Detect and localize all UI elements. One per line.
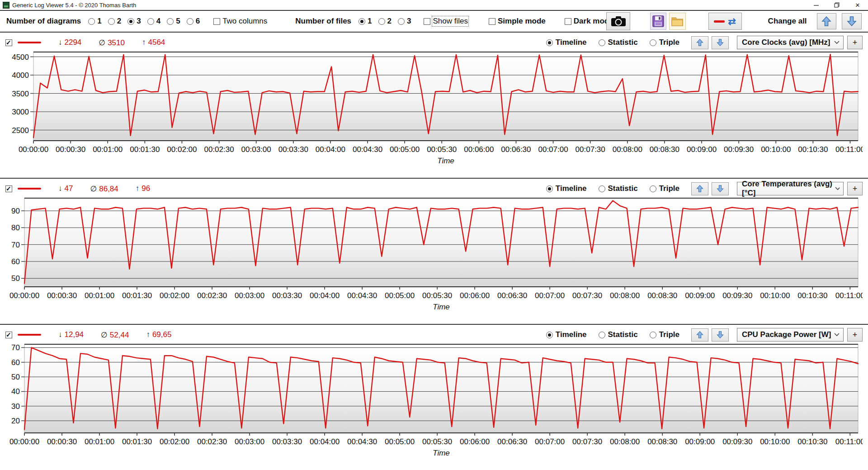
svg-text:00:07:30: 00:07:30 <box>576 145 605 154</box>
svg-text:00:10:00: 00:10:00 <box>760 291 790 300</box>
svg-text:60: 60 <box>11 257 20 266</box>
minimize-icon <box>814 3 819 8</box>
diagrams-radio-1[interactable]: 1 <box>88 17 101 26</box>
radio-icon <box>650 39 656 46</box>
timeline-chart-core-temperatures[interactable]: 506070809000:00:0000:00:3000:01:0000:01:… <box>5 196 863 313</box>
min-stat: ↓12,94 <box>58 330 84 339</box>
dark-mode-checkbox[interactable]: Dark mode <box>565 17 611 26</box>
svg-text:00:05:00: 00:05:00 <box>390 145 420 154</box>
svg-text:Time: Time <box>433 449 450 457</box>
triple-radio[interactable]: Triple <box>650 330 679 339</box>
svg-text:00:09:00: 00:09:00 <box>687 145 717 154</box>
window-title: Generic Log Viewer 5.4 - © 2020 Thomas B… <box>12 2 136 9</box>
chevron-down-icon <box>834 333 840 337</box>
move-chart-down-button[interactable] <box>712 182 729 195</box>
screenshot-button[interactable] <box>606 12 630 30</box>
svg-text:00:04:30: 00:04:30 <box>347 437 377 446</box>
series-color-swatch <box>18 334 41 336</box>
statistic-radio[interactable]: Statistic <box>599 38 638 47</box>
diagrams-radio-3[interactable]: 3 <box>127 17 141 26</box>
files-radio-3[interactable]: 3 <box>398 17 411 26</box>
metric-dropdown[interactable]: CPU Package Power [W] <box>737 328 844 342</box>
add-series-button[interactable]: + <box>847 328 863 342</box>
add-series-button[interactable]: + <box>847 36 863 49</box>
change-all-up-button[interactable] <box>817 13 837 29</box>
svg-text:00:02:00: 00:02:00 <box>167 145 197 154</box>
triple-radio[interactable]: Triple <box>650 184 679 193</box>
move-chart-up-button[interactable] <box>691 182 708 195</box>
radio-icon <box>359 18 365 25</box>
triple-radio[interactable]: Triple <box>650 38 679 47</box>
radio-icon <box>650 185 656 192</box>
svg-text:00:03:30: 00:03:30 <box>272 437 302 446</box>
metric-dropdown[interactable]: Core Clocks (avg) [MHz] <box>737 36 844 49</box>
radio-icon <box>546 185 553 192</box>
diagrams-radio-6[interactable]: 6 <box>187 17 200 26</box>
avg-icon: ∅ <box>99 38 105 47</box>
line-style-refresh-button[interactable]: ⇄ <box>708 13 742 30</box>
svg-text:30: 30 <box>11 402 20 411</box>
camera-icon <box>611 16 626 27</box>
show-files-checkbox[interactable]: Show files <box>424 17 467 26</box>
radio-icon <box>599 39 605 46</box>
move-chart-up-button[interactable] <box>691 36 708 49</box>
svg-text:00:05:00: 00:05:00 <box>385 437 415 446</box>
diagrams-radio-2[interactable]: 2 <box>108 17 121 26</box>
change-all-down-button[interactable] <box>842 13 862 29</box>
series-visible-checkbox[interactable] <box>5 185 12 192</box>
move-chart-down-button[interactable] <box>712 36 729 49</box>
svg-text:00:00:00: 00:00:00 <box>9 291 39 300</box>
down-arrow-icon <box>847 16 857 27</box>
diagrams-radio-5[interactable]: 5 <box>167 17 180 26</box>
up-arrow-icon <box>696 331 703 339</box>
chart-panel-cpu-package-power: ↓12,94 ∅52,44 ↑69,65 Timeline Statistic … <box>0 324 868 470</box>
svg-text:00:04:30: 00:04:30 <box>353 145 382 154</box>
save-button[interactable] <box>650 13 666 30</box>
svg-text:00:07:00: 00:07:00 <box>535 437 565 446</box>
timeline-radio[interactable]: Timeline <box>546 184 587 193</box>
radio-icon <box>108 18 115 25</box>
svg-text:3000: 3000 <box>12 108 29 116</box>
max-arrow-icon: ↑ <box>142 38 146 47</box>
metric-dropdown[interactable]: Core Temperatures (avg) [°C] <box>737 182 844 195</box>
max-arrow-icon: ↑ <box>146 330 150 339</box>
simple-mode-checkbox[interactable]: Simple mode <box>489 17 546 26</box>
timeline-chart-cpu-package-power[interactable]: 20304050607000:00:0000:00:3000:01:0000:0… <box>5 342 863 459</box>
statistic-radio[interactable]: Statistic <box>599 330 638 339</box>
add-series-button[interactable]: + <box>847 182 863 195</box>
svg-text:00:06:30: 00:06:30 <box>497 291 527 300</box>
svg-text:00:01:00: 00:01:00 <box>93 145 123 154</box>
move-chart-down-button[interactable] <box>712 328 729 342</box>
files-radio-1[interactable]: 1 <box>359 17 372 26</box>
svg-text:00:03:30: 00:03:30 <box>272 291 302 300</box>
svg-text:00:05:30: 00:05:30 <box>422 291 452 300</box>
open-folder-button[interactable] <box>669 13 685 30</box>
svg-text:00:10:00: 00:10:00 <box>760 437 790 446</box>
timeline-radio[interactable]: Timeline <box>546 330 587 339</box>
max-stat: ↑4564 <box>142 38 165 47</box>
minimize-button[interactable] <box>806 0 826 10</box>
series-visible-checkbox[interactable] <box>5 332 12 338</box>
svg-text:00:03:00: 00:03:00 <box>235 291 264 300</box>
svg-text:80: 80 <box>11 223 20 232</box>
svg-text:00:08:00: 00:08:00 <box>610 437 640 446</box>
timeline-radio[interactable]: Timeline <box>546 38 587 47</box>
statistic-radio[interactable]: Statistic <box>599 184 638 193</box>
save-icon <box>652 15 664 27</box>
diagrams-radio-4[interactable]: 4 <box>147 17 160 26</box>
timeline-chart-core-clocks[interactable]: 2500300035004000450000:00:0000:00:3000:0… <box>5 50 863 167</box>
svg-text:00:03:00: 00:03:00 <box>241 145 271 154</box>
restore-button[interactable] <box>826 0 847 10</box>
svg-text:00:02:30: 00:02:30 <box>197 437 227 446</box>
number-of-files-label: Number of files <box>295 17 351 26</box>
move-chart-up-button[interactable] <box>691 328 708 342</box>
series-visible-checkbox[interactable] <box>5 39 12 46</box>
radio-icon <box>187 18 193 25</box>
two-columns-checkbox[interactable]: Two columns <box>213 17 267 26</box>
max-stat: ↑96 <box>136 184 150 193</box>
close-button[interactable]: ✕ <box>847 0 868 10</box>
up-arrow-icon <box>696 185 703 193</box>
files-radio-2[interactable]: 2 <box>378 17 392 26</box>
restore-icon <box>834 2 840 8</box>
radio-icon <box>546 39 553 46</box>
